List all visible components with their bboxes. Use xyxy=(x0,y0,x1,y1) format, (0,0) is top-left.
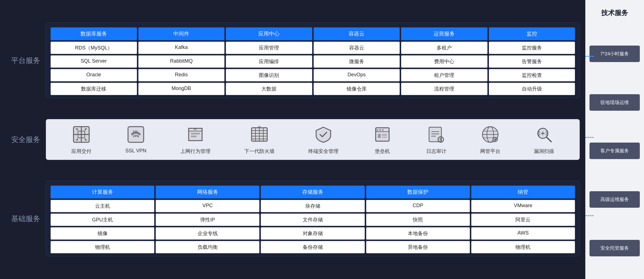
base-body: 计算服务 网络服务 存储服务 数据保护 纳管 云主机 VPC 块存储 CDP V… xyxy=(46,181,580,256)
security-icons-row: 应用交付 SSL VPN SSL VPN xyxy=(55,124,571,155)
netmgr-icon xyxy=(480,124,500,145)
platform-row-1: SQL Server RabbitMQ 应用编排 微服务 费用中心 告警服务 xyxy=(51,55,575,68)
bastion-label: 堡垒机 xyxy=(375,148,390,155)
platform-body: 数据库服务 中间件 应用中心 容器云 运营服务 监控 RDS（MySQL） Ka… xyxy=(46,23,580,98)
platform-label: 平台服务 xyxy=(11,56,40,65)
security-item-audit: 日志审计 xyxy=(426,124,446,155)
bastion-icon xyxy=(372,124,392,145)
platform-col-0: 数据库服务 xyxy=(51,27,137,40)
vulnscan-label: 漏洞扫描 xyxy=(534,148,554,155)
sidebar-item-2[interactable]: 客户专属服务 xyxy=(589,143,640,159)
platform-col-2: 应用中心 xyxy=(226,27,312,40)
platform-col-1: 中间件 xyxy=(138,27,225,40)
app-delivery-icon xyxy=(71,124,91,145)
base-row-0: 云主机 VPC 块存储 CDP VMware xyxy=(51,200,575,212)
sidebar-item-4[interactable]: 安全托管服务 xyxy=(589,240,640,256)
svg-point-27 xyxy=(377,129,378,131)
ssl-vpn-label: SSL VPN xyxy=(125,148,146,154)
endpoint-label: 终端安全管理 xyxy=(308,148,338,155)
sidebar-item-1[interactable]: 驻地现场运维 xyxy=(589,94,640,111)
firewall-label: 下一代防火墙 xyxy=(244,148,274,155)
base-row-3: 物理机 负载均衡 备份存储 异地备份 物理机 xyxy=(51,241,575,253)
base-col-0: 计算服务 xyxy=(51,186,154,198)
svg-rect-26 xyxy=(382,137,387,138)
svg-text:AF: AF xyxy=(258,126,261,128)
sidebar-item-3[interactable]: 高级运维服务 xyxy=(589,191,640,208)
svg-rect-10 xyxy=(191,136,196,137)
security-item-firewall: AF 下一代防火墙 xyxy=(244,124,274,155)
app-delivery-label: 应用交付 xyxy=(71,148,91,155)
svg-rect-9 xyxy=(191,133,200,134)
security-item-ac: AC 上网行为管理 xyxy=(180,124,210,155)
right-sidebar: 技术服务 7*24小时服务 驻地现场运维 客户专属服务 高级运维服务 安全托管服… xyxy=(585,0,644,279)
platform-row-0: RDS（MySQL） Kafka 应用管理 容器云 多租户 监控服务 xyxy=(51,42,575,54)
sidebar-item-0[interactable]: 7*24小时服务 xyxy=(589,46,640,62)
platform-row-2: Oracle Redis 图像识别 DevOps 租户管理 监控检查 xyxy=(51,69,575,81)
base-col-3: 数据保护 xyxy=(366,186,470,198)
ssl-vpn-icon: SSL VPN xyxy=(126,124,146,145)
svg-point-37 xyxy=(440,138,442,140)
platform-col-3: 容器云 xyxy=(314,27,400,40)
security-item-netmgr: 网管平台 xyxy=(480,124,500,155)
platform-col-4: 运营服务 xyxy=(401,27,487,40)
svg-point-28 xyxy=(379,129,381,131)
base-col-2: 存储服务 xyxy=(261,186,364,198)
svg-text:VPN: VPN xyxy=(133,134,139,138)
platform-row-3: 数据库迁移 MongDB 大数据 镜像仓库 流程管理 自动升级 xyxy=(51,83,575,95)
svg-rect-25 xyxy=(382,134,387,136)
security-item-ssl-vpn: SSL VPN SSL VPN xyxy=(125,124,146,154)
ac-label: 上网行为管理 xyxy=(180,148,210,155)
firewall-icon: AF xyxy=(249,124,269,145)
svg-line-51 xyxy=(547,137,551,142)
ac-icon: AC xyxy=(185,124,205,145)
platform-header-row: 数据库服务 中间件 应用中心 容器云 运营服务 监控 xyxy=(51,27,575,40)
sidebar-items: 7*24小时服务 驻地现场运维 客户专属服务 高级运维服务 安全托管服务 xyxy=(589,31,640,271)
sidebar-title: 技术服务 xyxy=(601,8,628,17)
svg-rect-24 xyxy=(378,134,381,138)
endpoint-icon xyxy=(313,124,333,145)
svg-point-29 xyxy=(382,129,384,131)
base-col-1: 网络服务 xyxy=(156,186,259,198)
security-label: 安全服务 xyxy=(11,135,40,145)
security-item-bastion: 堡垒机 xyxy=(372,124,392,155)
base-header-row: 计算服务 网络服务 存储服务 数据保护 纳管 xyxy=(51,186,575,198)
base-row-2: 镜像 企业专线 对象存储 本地备份 AWS xyxy=(51,227,575,240)
security-body: 应用交付 SSL VPN SSL VPN xyxy=(46,119,580,160)
platform-col-5: 监控 xyxy=(489,27,575,40)
security-item-vulnscan: 漏洞扫描 xyxy=(534,124,554,155)
security-item-endpoint: 终端安全管理 xyxy=(308,124,338,155)
security-item-app-delivery: 应用交付 xyxy=(71,124,91,155)
base-row-1: GPU主机 弹性IP 文件存储 快照 阿里云 xyxy=(51,214,575,226)
svg-text:AC: AC xyxy=(194,128,197,131)
vulnscan-icon xyxy=(534,124,554,145)
base-label: 基础服务 xyxy=(11,214,40,224)
base-col-4: 纳管 xyxy=(471,186,575,198)
netmgr-label: 网管平台 xyxy=(480,148,500,155)
audit-label: 日志审计 xyxy=(426,148,446,155)
audit-icon xyxy=(426,124,446,145)
